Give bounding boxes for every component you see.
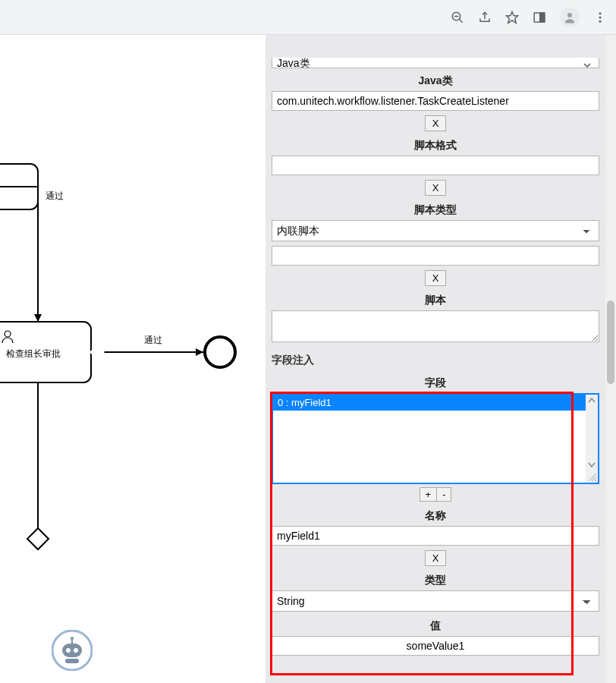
zoom-out-icon[interactable] xyxy=(451,11,464,24)
script-type-input[interactable] xyxy=(272,246,599,266)
listener-type-value: Java类 xyxy=(277,58,310,68)
resize-handle-icon[interactable] xyxy=(586,471,597,482)
content-split: 通过 检查组长审批 通过 xyxy=(0,35,616,683)
value-input[interactable] xyxy=(272,636,599,656)
field-list-scrollbar[interactable] xyxy=(586,395,598,483)
script-type-select[interactable]: 内联脚本 xyxy=(272,220,599,241)
svg-marker-3 xyxy=(507,11,518,23)
svg-line-35 xyxy=(595,480,596,481)
share-icon[interactable] xyxy=(478,11,492,24)
panel-scroll[interactable]: Java类 Java类 X 脚本格式 X 脚本类型 xyxy=(266,35,605,683)
svg-point-9 xyxy=(599,20,602,22)
svg-point-7 xyxy=(599,12,602,14)
value-label: 值 xyxy=(272,619,599,633)
menu-dots-icon[interactable] xyxy=(593,11,607,24)
svg-point-29 xyxy=(74,648,78,653)
assistant-avatar-icon[interactable] xyxy=(52,630,93,671)
svg-point-6 xyxy=(567,13,572,17)
name-clear-button[interactable]: X xyxy=(425,550,447,566)
avatar-icon[interactable] xyxy=(560,8,580,27)
window-tab-icon[interactable] xyxy=(533,11,546,24)
properties-panel: Java类 Java类 X 脚本格式 X 脚本类型 xyxy=(266,35,616,683)
type-label: 类型 xyxy=(272,574,599,587)
script-format-clear-button[interactable]: X xyxy=(425,180,447,196)
java-class-input[interactable] xyxy=(272,91,599,111)
svg-marker-19 xyxy=(196,348,203,356)
svg-point-31 xyxy=(71,637,74,640)
java-class-label: Java类 xyxy=(272,74,599,88)
svg-rect-27 xyxy=(62,644,82,657)
field-list-item-selected[interactable]: 0 : myField1 xyxy=(273,395,598,411)
scrollbar-thumb[interactable] xyxy=(607,301,614,384)
panel-vertical-scrollbar[interactable] xyxy=(605,35,616,683)
field-remove-button[interactable]: - xyxy=(437,487,451,502)
script-format-label: 脚本格式 xyxy=(272,139,599,153)
svg-marker-24 xyxy=(27,528,49,549)
viewport: 通过 检查组长审批 通过 xyxy=(0,0,616,683)
task-label: 检查组长审批 xyxy=(6,348,61,359)
field-list[interactable]: 0 : myField1 xyxy=(272,393,599,484)
svg-rect-5 xyxy=(540,13,545,22)
script-type-clear-button[interactable]: X xyxy=(425,270,447,286)
name-input[interactable] xyxy=(272,526,599,546)
browser-toolbar xyxy=(0,0,616,35)
svg-point-20 xyxy=(205,337,235,367)
edge-label: 通过 xyxy=(46,190,64,201)
script-label: 脚本 xyxy=(272,294,599,307)
bpmn-diagram[interactable]: 通过 检查组长审批 通过 xyxy=(0,35,266,683)
svg-point-28 xyxy=(66,648,71,653)
svg-marker-13 xyxy=(34,314,42,322)
name-label: 名称 xyxy=(272,509,599,523)
java-class-clear-button[interactable]: X xyxy=(425,115,447,131)
svg-rect-32 xyxy=(65,659,79,663)
field-add-button[interactable]: + xyxy=(420,487,438,502)
listener-type-select-clipped[interactable]: Java类 xyxy=(272,58,599,68)
script-format-input[interactable] xyxy=(272,156,599,175)
script-type-label: 脚本类型 xyxy=(272,203,599,217)
svg-line-1 xyxy=(459,19,463,23)
field-inject-title: 字段注入 xyxy=(266,346,605,370)
field-label: 字段 xyxy=(272,376,599,390)
type-select[interactable]: String xyxy=(272,590,599,612)
svg-point-15 xyxy=(5,331,11,337)
edge-label-2: 通过 xyxy=(144,335,162,345)
script-textarea[interactable] xyxy=(272,310,599,342)
star-icon[interactable] xyxy=(505,11,519,24)
svg-point-8 xyxy=(599,16,602,18)
